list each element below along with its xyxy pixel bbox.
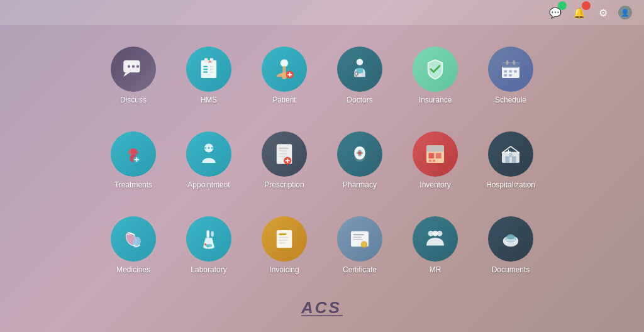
svg-rect-31 <box>504 74 507 77</box>
patient-icon <box>262 47 307 92</box>
svg-rect-61 <box>512 157 516 163</box>
invoicing-icon <box>262 216 307 262</box>
svg-rect-32 <box>509 74 511 77</box>
app-item-schedule[interactable]: Schedule <box>476 35 545 116</box>
topbar-right: 💬 🔔 ⚙ 👤 <box>547 4 635 21</box>
app-item-hospitalization[interactable]: Hospitalization <box>476 119 545 201</box>
svg-rect-54 <box>426 145 444 152</box>
app-item-documents[interactable]: Documents <box>476 204 545 286</box>
app-item-inventory[interactable]: Inventory <box>401 119 470 201</box>
svg-rect-73 <box>277 230 292 248</box>
insurance-icon <box>413 47 458 92</box>
avatar: 👤 <box>618 6 632 19</box>
svg-rect-76 <box>279 240 287 241</box>
svg-marker-1 <box>123 72 130 77</box>
app-item-appointment[interactable]: Appointment <box>174 119 243 201</box>
svg-rect-60 <box>505 157 509 163</box>
documents-label: Documents <box>492 265 530 274</box>
svg-rect-75 <box>279 237 289 238</box>
app-item-invoicing[interactable]: Invoicing <box>250 204 319 286</box>
svg-rect-11 <box>210 66 213 67</box>
inventory-label: Inventory <box>419 180 450 189</box>
medicines-label: Medicines <box>116 265 150 274</box>
svg-rect-16 <box>282 66 286 74</box>
hospitalization-label: Hospitalization <box>486 180 535 189</box>
svg-rect-79 <box>353 234 365 235</box>
svg-rect-10 <box>203 72 208 73</box>
svg-rect-13 <box>210 72 213 73</box>
svg-rect-57 <box>429 160 431 162</box>
bell-count <box>582 1 591 10</box>
svg-point-38 <box>208 147 210 149</box>
app-grid: DiscussHMSPatientDoctorsInsuranceSchedul… <box>99 35 545 286</box>
svg-rect-81 <box>353 239 364 240</box>
svg-rect-29 <box>509 70 511 73</box>
app-item-certificate[interactable]: Certificate <box>325 204 394 286</box>
hms-icon <box>186 47 231 92</box>
app-item-pharmacy[interactable]: Pharmacy <box>325 119 394 201</box>
svg-point-14 <box>280 59 288 67</box>
logo-text: ACS <box>300 303 344 320</box>
gear-icon: ⚙ <box>599 7 608 19</box>
svg-rect-27 <box>513 60 516 65</box>
insurance-label: Insurance <box>419 96 452 104</box>
svg-rect-28 <box>504 70 507 73</box>
prescription-icon <box>262 131 307 177</box>
app-item-patient[interactable]: Patient <box>250 35 319 116</box>
appointment-label: Appointment <box>187 180 230 189</box>
svg-point-89 <box>507 234 514 240</box>
svg-rect-68 <box>207 230 209 238</box>
app-item-medicines[interactable]: Medicines <box>99 204 168 286</box>
laboratory-icon <box>186 216 231 262</box>
svg-rect-43 <box>279 153 287 154</box>
mr-label: MR <box>430 265 441 274</box>
bottom-logo: ACS <box>300 297 344 321</box>
app-item-insurance[interactable]: Insurance <box>401 35 470 116</box>
medicines-icon <box>111 216 156 262</box>
laboratory-label: Laboratory <box>191 265 226 274</box>
svg-rect-25 <box>502 63 519 68</box>
svg-rect-9 <box>203 69 208 70</box>
pharmacy-icon <box>337 131 382 177</box>
topbar: 💬 🔔 ⚙ 👤 <box>0 0 644 25</box>
svg-rect-12 <box>210 69 213 70</box>
bell-badge[interactable]: 🔔 <box>570 4 588 21</box>
svg-rect-74 <box>279 233 286 235</box>
svg-text:ACS: ACS <box>301 298 341 317</box>
app-item-doctors[interactable]: Doctors <box>325 35 394 116</box>
discuss-label: Discuss <box>120 96 147 104</box>
app-item-laboratory[interactable]: Laboratory <box>174 204 243 286</box>
invoicing-label: Invoicing <box>269 265 299 274</box>
schedule-icon <box>488 47 533 92</box>
svg-rect-41 <box>279 148 289 150</box>
svg-rect-42 <box>279 150 286 152</box>
svg-rect-26 <box>506 60 509 65</box>
svg-point-37 <box>204 147 206 149</box>
app-item-treatments[interactable]: Treatments <box>99 119 168 201</box>
doctors-label: Doctors <box>347 96 372 104</box>
chat-count <box>558 1 567 10</box>
mr-icon <box>413 216 458 262</box>
svg-point-71 <box>204 243 207 246</box>
certificate-label: Certificate <box>343 265 377 274</box>
svg-point-72 <box>207 246 209 248</box>
svg-point-4 <box>136 65 139 67</box>
svg-point-86 <box>437 231 443 236</box>
treatments-icon <box>111 131 156 177</box>
svg-rect-77 <box>279 242 286 243</box>
doctors-icon <box>337 47 382 92</box>
app-item-discuss[interactable]: Discuss <box>99 35 168 116</box>
svg-rect-6 <box>204 58 208 63</box>
app-item-prescription[interactable]: Prescription <box>250 119 319 201</box>
discuss-icon <box>111 47 156 92</box>
svg-point-52 <box>358 152 361 155</box>
svg-point-2 <box>128 65 130 67</box>
svg-rect-58 <box>433 160 435 162</box>
app-item-hms[interactable]: HMS <box>174 35 243 116</box>
gear-badge[interactable]: ⚙ <box>594 4 612 21</box>
app-item-mr[interactable]: MR <box>401 204 470 286</box>
svg-point-3 <box>132 65 135 67</box>
prescription-label: Prescription <box>264 180 304 189</box>
user-info[interactable]: 👤 <box>618 6 635 19</box>
chat-badge[interactable]: 💬 <box>547 4 564 21</box>
